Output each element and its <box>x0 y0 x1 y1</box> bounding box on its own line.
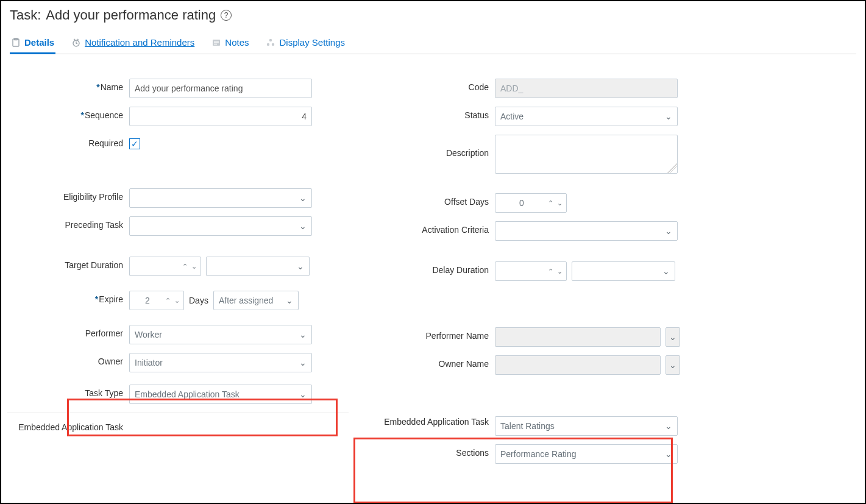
code-input <box>495 79 678 98</box>
eligibility-label: Eligibility Profile <box>63 192 123 202</box>
performer-label: Performer <box>85 328 123 338</box>
chevron-down-icon: ⌄ <box>299 193 307 203</box>
required-label: Required <box>88 138 123 148</box>
chevron-down-icon: ⌄ <box>665 226 672 236</box>
svg-rect-4 <box>214 41 219 41</box>
tab-label: Details <box>24 37 54 48</box>
expire-basis-select[interactable]: After assigned ⌄ <box>213 291 299 310</box>
chevron-up-icon[interactable]: ⌃ <box>548 268 553 275</box>
chevron-up-icon[interactable]: ⌃ <box>182 263 188 270</box>
clock-icon <box>71 38 81 48</box>
description-textarea[interactable] <box>495 135 678 174</box>
performer-name-lookup: ⌄ <box>665 327 680 347</box>
preceding-task-select[interactable]: ⌄ <box>129 216 312 236</box>
expire-stepper[interactable]: 2 ⌃ ⌄ <box>129 291 184 310</box>
activation-criteria-label: Activation Criteria <box>422 225 489 235</box>
tab-label: Notes <box>225 37 249 48</box>
required-checkbox[interactable]: ✓ <box>129 138 140 149</box>
chevron-down-icon[interactable]: ⌄ <box>191 263 197 270</box>
task-type-select[interactable]: Embedded Application Task ⌄ <box>129 385 312 404</box>
name-input[interactable] <box>129 79 312 98</box>
name-label: Name <box>101 82 123 92</box>
svg-point-9 <box>272 43 274 45</box>
svg-point-7 <box>269 38 272 41</box>
title-prefix: Task: <box>10 7 41 23</box>
help-icon[interactable]: ? <box>221 10 232 21</box>
code-label: Code <box>469 82 489 92</box>
clipboard-icon <box>11 38 21 48</box>
tab-notes[interactable]: Notes <box>210 34 250 54</box>
chevron-down-icon: ⌄ <box>665 112 672 121</box>
svg-rect-5 <box>214 42 219 43</box>
performer-name-label: Performer Name <box>426 331 489 341</box>
owner-select[interactable]: Initiator ⌄ <box>129 353 312 372</box>
title-name: Add your performance rating <box>46 7 216 23</box>
target-duration-unit-select[interactable]: ⌄ <box>206 257 310 276</box>
chevron-down-icon: ⌄ <box>665 449 672 459</box>
target-duration-label: Target Duration <box>65 260 123 270</box>
chevron-down-icon: ⌄ <box>662 266 670 276</box>
chevron-down-icon[interactable]: ⌄ <box>557 268 563 275</box>
svg-point-8 <box>267 43 269 45</box>
chevron-down-icon: ⌄ <box>299 389 307 399</box>
chevron-down-icon: ⌄ <box>299 221 307 231</box>
nodes-icon <box>266 38 275 48</box>
owner-name-lookup: ⌄ <box>665 355 680 375</box>
chevron-up-icon[interactable]: ⌃ <box>165 297 171 304</box>
page-title: Task: Add your performance rating ? <box>10 7 856 23</box>
activation-criteria-select[interactable]: ⌄ <box>495 221 678 241</box>
sections-label: Sections <box>456 448 489 458</box>
embedded-app-task-label-left: Embedded Application Task <box>18 422 123 432</box>
task-type-label: Task Type <box>85 388 123 398</box>
owner-label: Owner <box>98 357 123 366</box>
delay-duration-unit-select[interactable]: ⌄ <box>572 261 675 281</box>
chevron-down-icon: ⌄ <box>299 330 307 339</box>
tab-display-settings[interactable]: Display Settings <box>264 34 346 54</box>
chevron-down-icon: ⌄ <box>665 421 672 431</box>
tab-notifications[interactable]: Notification and Reminders <box>70 34 196 54</box>
tab-label: Notification and Reminders <box>85 37 194 48</box>
sequence-label: Sequence <box>85 110 123 120</box>
offset-days-stepper[interactable]: 0 ⌃ ⌄ <box>495 193 567 213</box>
tab-label: Display Settings <box>279 37 345 48</box>
target-duration-stepper[interactable]: ⌃ ⌄ <box>129 257 201 276</box>
sequence-input[interactable] <box>129 107 312 126</box>
tab-bar: Details Notification and Reminders Notes… <box>10 33 856 54</box>
chevron-up-icon[interactable]: ⌃ <box>548 200 553 207</box>
performer-name-input <box>495 327 661 347</box>
eligibility-select[interactable]: ⌄ <box>129 188 312 208</box>
owner-name-label: Owner Name <box>439 359 489 369</box>
offset-days-label: Offset Days <box>444 197 489 207</box>
chevron-down-icon: ⌄ <box>669 332 676 342</box>
chevron-down-icon[interactable]: ⌄ <box>557 200 563 207</box>
days-label: Days <box>189 296 208 305</box>
note-icon <box>211 38 221 48</box>
status-label: Status <box>464 110 489 120</box>
delay-duration-stepper[interactable]: ⌃ ⌄ <box>495 261 567 281</box>
chevron-down-icon: ⌄ <box>286 296 293 305</box>
expire-label: Expire <box>99 294 123 304</box>
chevron-down-icon[interactable]: ⌄ <box>174 297 180 304</box>
description-label: Description <box>446 148 489 158</box>
sections-select[interactable]: Performance Rating ⌄ <box>495 444 678 464</box>
chevron-down-icon: ⌄ <box>669 360 676 370</box>
preceding-task-label: Preceding Task <box>65 220 123 230</box>
chevron-down-icon: ⌄ <box>299 358 307 367</box>
status-select[interactable]: Active ⌄ <box>495 107 678 126</box>
svg-rect-6 <box>214 43 217 44</box>
embedded-app-task-select[interactable]: Talent Ratings ⌄ <box>495 416 678 436</box>
performer-select[interactable]: Worker ⌄ <box>129 325 312 344</box>
delay-duration-label: Delay Duration <box>432 265 489 275</box>
chevron-down-icon: ⌄ <box>297 261 304 271</box>
owner-name-input <box>495 355 661 375</box>
tab-details[interactable]: Details <box>10 34 55 54</box>
embedded-app-task-label-right: Embedded Application Task <box>384 417 489 427</box>
